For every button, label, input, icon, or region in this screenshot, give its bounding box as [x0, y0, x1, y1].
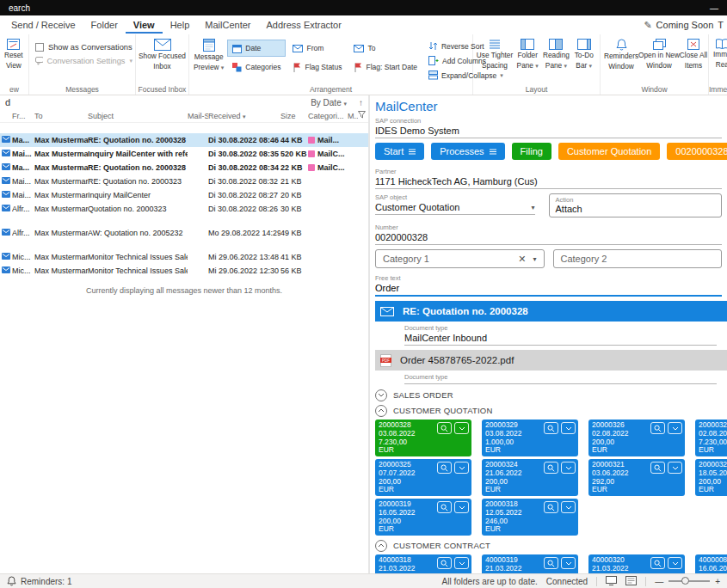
document-tile[interactable]: 20000321 03.06.2022 292,00 EUR — [588, 459, 685, 496]
search-input[interactable]: earch — [9, 3, 30, 13]
message-row[interactable]: Mai... Max Mustermann Inquiry MailCenter… — [0, 147, 368, 161]
tile-expand-button[interactable] — [454, 422, 469, 434]
tab-help[interactable]: Help — [163, 16, 198, 34]
message-row[interactable]: Mic... Max Mustermann Monitor Technical … — [0, 250, 368, 264]
message-preview-button[interactable]: Message Preview ▾ — [192, 36, 225, 72]
reset-view-button[interactable]: Reset View — [3, 36, 25, 70]
tab-mailcenter[interactable]: MailCenter — [197, 16, 258, 34]
message-row[interactable] — [0, 216, 368, 226]
document-number-button[interactable]: 0020000328 — [667, 143, 727, 160]
close-all-items-button[interactable]: Close All Items — [679, 36, 708, 70]
tile-expand-button[interactable] — [561, 422, 576, 434]
todo-bar-button[interactable]: To-Do Bar ▾ — [570, 36, 597, 70]
column-from[interactable]: Fr... — [12, 112, 34, 120]
tile-expand-button[interactable] — [454, 462, 469, 474]
document-tile[interactable]: 20000319 16.05.2022 200,00 EUR — [375, 499, 471, 536]
message-row[interactable] — [0, 123, 368, 133]
section-customer-quotation[interactable]: CUSTOMER QUOTATION — [375, 404, 727, 417]
conversation-settings-button[interactable]: Conversation Settings ▾ — [35, 57, 132, 65]
message-row[interactable]: Alfr... Max Mustermann AW: Quotation no.… — [0, 226, 368, 240]
tile-search-button[interactable] — [544, 501, 558, 513]
document-tile[interactable]: 20000329 03.08.2022 1.000,00 EUR — [482, 420, 578, 456]
email-doc-type-field[interactable]: Document type MailCenter Inbound — [404, 324, 722, 346]
column-mail-status[interactable]: Mail-S... — [188, 112, 208, 120]
zoom-in-button[interactable]: + — [715, 577, 720, 586]
section-customer-contract[interactable]: CUSTOMER CONTRACT — [375, 539, 727, 552]
document-tile[interactable]: 40000087 16.06.2003 54.000,00 EUR — [695, 554, 727, 573]
category2-select[interactable]: Category 2 — [553, 249, 723, 268]
immersive-reader-button[interactable]: Imme Rea — [712, 36, 727, 70]
tab-view[interactable]: View — [126, 16, 163, 34]
section-sales-order[interactable]: SALES ORDER — [375, 389, 727, 401]
minimize-button[interactable]: — — [710, 3, 718, 13]
message-row[interactable]: Alfr... Max Mustermann Quotation no. 200… — [0, 202, 368, 216]
sap-object-select[interactable]: SAP object Customer Quotation▾ — [375, 193, 540, 217]
tile-search-button[interactable] — [544, 557, 558, 569]
message-row[interactable]: Mai... Max Mustermann RE: Quotation no. … — [0, 175, 368, 188]
action-field[interactable]: Action Attach — [549, 193, 723, 217]
normal-view-button[interactable] — [606, 576, 617, 587]
category1-select[interactable]: Category 1 ✕ ▾ — [375, 249, 545, 268]
arrange-by-flag-status[interactable]: Flag Status — [287, 58, 347, 76]
show-as-conversations-checkbox[interactable]: Show as Conversations — [35, 43, 132, 52]
column-received[interactable]: Received ▾ — [208, 112, 280, 120]
document-tile[interactable]: 40000320 21.03.2022 200,00 EUR — [588, 554, 685, 573]
attachment-doc-type-field[interactable]: Document type — [404, 373, 722, 384]
tile-search-button[interactable] — [437, 557, 452, 569]
dropdown-arrow-icon[interactable]: ▾ — [533, 255, 536, 263]
filter-funnel-icon[interactable] — [358, 111, 368, 120]
tile-expand-button[interactable] — [454, 557, 469, 569]
sort-direction-button[interactable]: ↑ — [359, 98, 363, 107]
document-tile[interactable]: 20000325 07.07.2022 200,00 EUR — [375, 459, 471, 496]
reminders-window-button[interactable]: Reminders Window — [603, 36, 639, 71]
document-tile[interactable]: 20000326 02.08.2022 200,00 EUR — [588, 420, 685, 456]
filing-button[interactable]: Filing — [512, 143, 551, 160]
column-categories[interactable]: Categori... — [308, 112, 348, 120]
tile-search-button[interactable] — [650, 462, 665, 474]
tile-search-button[interactable] — [437, 462, 452, 474]
zoom-out-button[interactable]: — — [655, 577, 663, 586]
tab-address-extractor[interactable]: Address Extractor — [258, 16, 348, 34]
tile-expand-button[interactable] — [561, 501, 576, 513]
arrange-by-categories[interactable]: Categories — [227, 58, 286, 76]
column-size[interactable]: Size — [280, 112, 308, 120]
document-tile[interactable]: 40000318 21.03.2022 200,00 EUR — [375, 554, 471, 573]
column-mention[interactable]: M... — [348, 112, 358, 120]
tile-expand-button[interactable] — [454, 501, 469, 513]
reminders-status[interactable]: Reminders: 1 — [7, 576, 71, 586]
reading-view-button[interactable] — [625, 576, 637, 587]
document-tile[interactable]: 20000328 03.08.2022 7.230,00 EUR — [375, 420, 471, 456]
tile-search-button[interactable] — [650, 557, 665, 569]
reading-pane-button[interactable]: Reading Pane ▾ — [541, 36, 570, 70]
arrange-by-flag-start-date[interactable]: Flag: Start Date — [348, 58, 422, 76]
message-row[interactable] — [0, 240, 368, 250]
tile-expand-button[interactable] — [668, 557, 682, 569]
sap-connection-field[interactable]: SAP connection IDES Demo System — [375, 117, 727, 138]
number-field[interactable]: Number 0020000328 — [375, 224, 727, 245]
email-card-header[interactable]: RE: Quotation no. 2000328 — [375, 301, 727, 322]
free-text-input[interactable] — [375, 283, 722, 293]
document-tile[interactable]: 20000324 21.06.2022 200,00 EUR — [482, 459, 578, 496]
column-subject[interactable]: Subject — [88, 112, 188, 120]
tile-expand-button[interactable] — [668, 422, 682, 434]
document-tile[interactable]: 20000318 12.05.2022 246,00 EUR — [482, 499, 578, 536]
use-tighter-spacing-button[interactable]: Use Tighter Spacing — [476, 36, 514, 70]
tile-search-button[interactable] — [650, 422, 665, 434]
arrange-by-to[interactable]: To — [348, 40, 422, 57]
column-to[interactable]: To — [34, 112, 88, 120]
start-button[interactable]: Start — [375, 143, 424, 160]
clear-icon[interactable]: ✕ — [518, 254, 526, 265]
attachment-card-header[interactable]: PDF Order 45878765-2022.pdf — [375, 350, 727, 371]
tile-expand-button[interactable] — [561, 462, 576, 474]
tile-expand-button[interactable] — [668, 462, 682, 474]
zoom-slider[interactable] — [668, 580, 710, 582]
tile-search-button[interactable] — [544, 462, 558, 474]
arrange-by-date[interactable]: Date — [227, 40, 286, 57]
tab-folder[interactable]: Folder — [83, 16, 126, 34]
processes-button[interactable]: Processes — [431, 143, 504, 160]
show-focused-inbox-button[interactable]: Show Focused Inbox — [139, 36, 186, 71]
tile-search-button[interactable] — [437, 422, 452, 434]
tab-send-receive[interactable]: Send / Receive — [3, 16, 83, 34]
folder-pane-button[interactable]: Folder Pane ▾ — [514, 36, 541, 70]
document-tile[interactable]: 20000320 18.05.2022 200,00 EUR — [695, 459, 727, 496]
